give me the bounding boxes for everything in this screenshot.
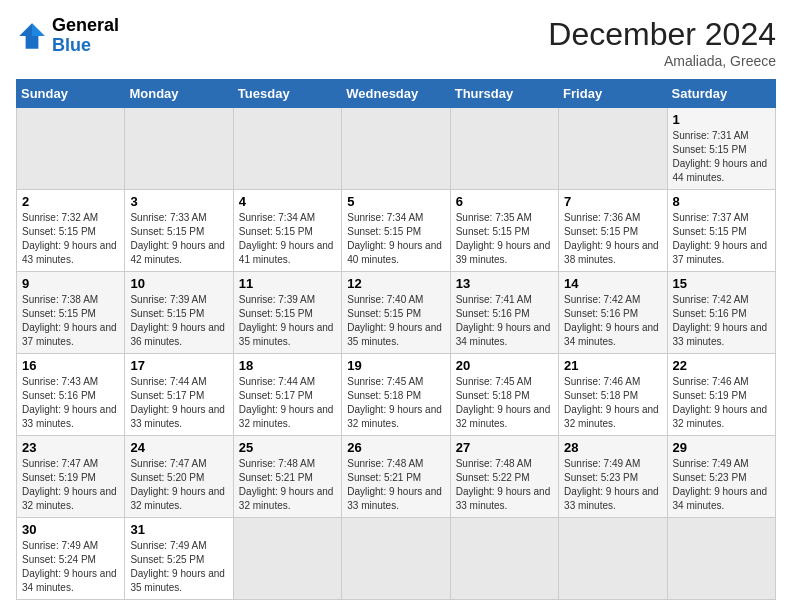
calendar-cell: 17Sunrise: 7:44 AMSunset: 5:17 PMDayligh… <box>125 354 233 436</box>
calendar-cell: 6Sunrise: 7:35 AMSunset: 5:15 PMDaylight… <box>450 190 558 272</box>
day-number: 14 <box>564 276 661 291</box>
day-info: Sunrise: 7:35 AMSunset: 5:15 PMDaylight:… <box>456 211 553 267</box>
calendar-cell: 19Sunrise: 7:45 AMSunset: 5:18 PMDayligh… <box>342 354 450 436</box>
calendar-cell: 21Sunrise: 7:46 AMSunset: 5:18 PMDayligh… <box>559 354 667 436</box>
day-info: Sunrise: 7:37 AMSunset: 5:15 PMDaylight:… <box>673 211 770 267</box>
column-header-saturday: Saturday <box>667 80 775 108</box>
day-number: 7 <box>564 194 661 209</box>
day-info: Sunrise: 7:36 AMSunset: 5:15 PMDaylight:… <box>564 211 661 267</box>
day-number: 27 <box>456 440 553 455</box>
calendar-cell: 1Sunrise: 7:31 AMSunset: 5:15 PMDaylight… <box>667 108 775 190</box>
calendar-week-3: 9Sunrise: 7:38 AMSunset: 5:15 PMDaylight… <box>17 272 776 354</box>
calendar-cell: 11Sunrise: 7:39 AMSunset: 5:15 PMDayligh… <box>233 272 341 354</box>
calendar-cell: 24Sunrise: 7:47 AMSunset: 5:20 PMDayligh… <box>125 436 233 518</box>
day-number: 6 <box>456 194 553 209</box>
day-number: 17 <box>130 358 227 373</box>
calendar-cell: 12Sunrise: 7:40 AMSunset: 5:15 PMDayligh… <box>342 272 450 354</box>
month-title: December 2024 <box>548 16 776 53</box>
day-number: 8 <box>673 194 770 209</box>
day-info: Sunrise: 7:48 AMSunset: 5:21 PMDaylight:… <box>239 457 336 513</box>
calendar-cell: 3Sunrise: 7:33 AMSunset: 5:15 PMDaylight… <box>125 190 233 272</box>
day-number: 16 <box>22 358 119 373</box>
day-number: 4 <box>239 194 336 209</box>
day-number: 29 <box>673 440 770 455</box>
day-info: Sunrise: 7:44 AMSunset: 5:17 PMDaylight:… <box>239 375 336 431</box>
day-number: 20 <box>456 358 553 373</box>
day-info: Sunrise: 7:39 AMSunset: 5:15 PMDaylight:… <box>130 293 227 349</box>
calendar-cell: 29Sunrise: 7:49 AMSunset: 5:23 PMDayligh… <box>667 436 775 518</box>
day-info: Sunrise: 7:42 AMSunset: 5:16 PMDaylight:… <box>673 293 770 349</box>
day-number: 9 <box>22 276 119 291</box>
day-number: 13 <box>456 276 553 291</box>
day-info: Sunrise: 7:43 AMSunset: 5:16 PMDaylight:… <box>22 375 119 431</box>
calendar-cell: 2Sunrise: 7:32 AMSunset: 5:15 PMDaylight… <box>17 190 125 272</box>
calendar-header: SundayMondayTuesdayWednesdayThursdayFrid… <box>17 80 776 108</box>
column-header-tuesday: Tuesday <box>233 80 341 108</box>
day-info: Sunrise: 7:48 AMSunset: 5:21 PMDaylight:… <box>347 457 444 513</box>
day-info: Sunrise: 7:34 AMSunset: 5:15 PMDaylight:… <box>239 211 336 267</box>
day-info: Sunrise: 7:49 AMSunset: 5:24 PMDaylight:… <box>22 539 119 595</box>
column-header-wednesday: Wednesday <box>342 80 450 108</box>
day-info: Sunrise: 7:41 AMSunset: 5:16 PMDaylight:… <box>456 293 553 349</box>
calendar-cell <box>342 518 450 600</box>
calendar-cell: 22Sunrise: 7:46 AMSunset: 5:19 PMDayligh… <box>667 354 775 436</box>
calendar-cell: 13Sunrise: 7:41 AMSunset: 5:16 PMDayligh… <box>450 272 558 354</box>
calendar-cell: 27Sunrise: 7:48 AMSunset: 5:22 PMDayligh… <box>450 436 558 518</box>
calendar-cell: 15Sunrise: 7:42 AMSunset: 5:16 PMDayligh… <box>667 272 775 354</box>
logo-text: General Blue <box>52 16 119 56</box>
day-info: Sunrise: 7:45 AMSunset: 5:18 PMDaylight:… <box>456 375 553 431</box>
calendar-cell: 18Sunrise: 7:44 AMSunset: 5:17 PMDayligh… <box>233 354 341 436</box>
day-number: 19 <box>347 358 444 373</box>
day-info: Sunrise: 7:39 AMSunset: 5:15 PMDaylight:… <box>239 293 336 349</box>
calendar-cell: 31Sunrise: 7:49 AMSunset: 5:25 PMDayligh… <box>125 518 233 600</box>
calendar-cell <box>125 108 233 190</box>
day-number: 10 <box>130 276 227 291</box>
day-number: 1 <box>673 112 770 127</box>
day-number: 28 <box>564 440 661 455</box>
day-number: 18 <box>239 358 336 373</box>
day-number: 2 <box>22 194 119 209</box>
calendar-cell <box>450 108 558 190</box>
calendar-cell: 20Sunrise: 7:45 AMSunset: 5:18 PMDayligh… <box>450 354 558 436</box>
header-row: SundayMondayTuesdayWednesdayThursdayFrid… <box>17 80 776 108</box>
day-number: 24 <box>130 440 227 455</box>
calendar-week-2: 2Sunrise: 7:32 AMSunset: 5:15 PMDaylight… <box>17 190 776 272</box>
calendar-cell: 28Sunrise: 7:49 AMSunset: 5:23 PMDayligh… <box>559 436 667 518</box>
calendar-cell: 26Sunrise: 7:48 AMSunset: 5:21 PMDayligh… <box>342 436 450 518</box>
day-info: Sunrise: 7:31 AMSunset: 5:15 PMDaylight:… <box>673 129 770 185</box>
page-header: General Blue December 2024 Amaliada, Gre… <box>16 16 776 69</box>
day-info: Sunrise: 7:45 AMSunset: 5:18 PMDaylight:… <box>347 375 444 431</box>
logo: General Blue <box>16 16 119 56</box>
day-info: Sunrise: 7:48 AMSunset: 5:22 PMDaylight:… <box>456 457 553 513</box>
day-info: Sunrise: 7:40 AMSunset: 5:15 PMDaylight:… <box>347 293 444 349</box>
calendar-cell: 5Sunrise: 7:34 AMSunset: 5:15 PMDaylight… <box>342 190 450 272</box>
day-number: 25 <box>239 440 336 455</box>
day-number: 15 <box>673 276 770 291</box>
calendar-cell <box>450 518 558 600</box>
column-header-friday: Friday <box>559 80 667 108</box>
day-number: 23 <box>22 440 119 455</box>
day-info: Sunrise: 7:47 AMSunset: 5:19 PMDaylight:… <box>22 457 119 513</box>
calendar-cell <box>342 108 450 190</box>
calendar-week-4: 16Sunrise: 7:43 AMSunset: 5:16 PMDayligh… <box>17 354 776 436</box>
calendar-cell <box>559 108 667 190</box>
day-number: 30 <box>22 522 119 537</box>
day-number: 22 <box>673 358 770 373</box>
calendar-cell: 16Sunrise: 7:43 AMSunset: 5:16 PMDayligh… <box>17 354 125 436</box>
calendar-cell <box>17 108 125 190</box>
calendar-cell: 30Sunrise: 7:49 AMSunset: 5:24 PMDayligh… <box>17 518 125 600</box>
day-number: 12 <box>347 276 444 291</box>
day-info: Sunrise: 7:38 AMSunset: 5:15 PMDaylight:… <box>22 293 119 349</box>
svg-marker-1 <box>32 23 45 36</box>
column-header-sunday: Sunday <box>17 80 125 108</box>
day-info: Sunrise: 7:42 AMSunset: 5:16 PMDaylight:… <box>564 293 661 349</box>
column-header-monday: Monday <box>125 80 233 108</box>
day-info: Sunrise: 7:44 AMSunset: 5:17 PMDaylight:… <box>130 375 227 431</box>
day-number: 26 <box>347 440 444 455</box>
day-info: Sunrise: 7:49 AMSunset: 5:23 PMDaylight:… <box>673 457 770 513</box>
calendar-cell <box>559 518 667 600</box>
calendar-cell: 10Sunrise: 7:39 AMSunset: 5:15 PMDayligh… <box>125 272 233 354</box>
day-number: 21 <box>564 358 661 373</box>
title-block: December 2024 Amaliada, Greece <box>548 16 776 69</box>
calendar-cell: 14Sunrise: 7:42 AMSunset: 5:16 PMDayligh… <box>559 272 667 354</box>
